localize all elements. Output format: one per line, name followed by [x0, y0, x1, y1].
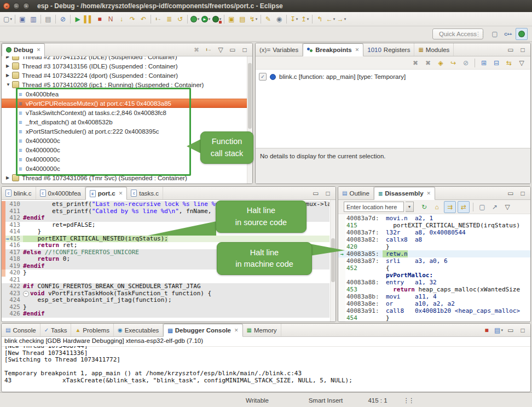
code-line[interactable]: 424 esp_set_breakpoint_if_jtag(function)…	[2, 297, 329, 304]
minimize-window-icon[interactable]: −	[13, 3, 20, 9]
remove-all-terminated-icon[interactable]: ✖	[191, 44, 202, 55]
stack-frame-row[interactable]: ≡_frxt_dispatch() at 0x4008532b	[2, 117, 252, 127]
debug-icon[interactable]: ▾	[189, 14, 200, 25]
stack-frame-row[interactable]: ≡vPortCPUReleaseMutex() at port.c:415 0x…	[2, 99, 252, 108]
minimize-icon[interactable]: ▭	[505, 44, 516, 55]
disconnect-icon[interactable]: N	[105, 14, 116, 25]
thread-row[interactable]: ▶Thread #3 1073413156 (IDLE) (Suspended …	[2, 61, 252, 71]
chevron-right-icon[interactable]: ▶	[6, 175, 12, 180]
remove-all-breakpoints-icon[interactable]: ✖	[423, 58, 433, 68]
sync-with-active-context-icon[interactable]: ⇉	[444, 201, 456, 213]
disasm-line[interactable]: 452{	[338, 265, 530, 272]
skip-all-breakpoints-icon[interactable]: ⊘	[57, 14, 68, 25]
thread-row[interactable]: ▶Thread #4 1073432224 (dport) (Suspended…	[2, 71, 252, 80]
stack-frame-row[interactable]: ≡0x4000bfea	[2, 89, 252, 99]
step-into-icon[interactable]: ↓	[116, 14, 127, 25]
breakpoint-checkbox[interactable]: ✓	[259, 73, 267, 81]
editor-scrollbar[interactable]	[330, 200, 336, 322]
terminate-console-icon[interactable]: ■	[481, 325, 492, 336]
tab-console[interactable]: ▤Console	[2, 324, 41, 336]
tab-debug[interactable]: Debug✕	[2, 43, 45, 56]
restart-icon[interactable]: ↺	[175, 14, 186, 25]
go-to-file-for-breakpoint-icon[interactable]: ↪	[448, 58, 459, 68]
disasm-line[interactable]: 40083a7f:l32r a8, 0x40080544	[338, 229, 530, 236]
thread-row[interactable]: ▶Thread #2 1073411312 (IDLE) (Suspended …	[2, 56, 252, 61]
disasm-line[interactable]: 40083a91:call8 0x40081b20 <heap_caps_mal…	[338, 307, 530, 314]
open-folder-icon[interactable]: ▤	[237, 14, 248, 25]
disasm-line[interactable]: 415 portEXIT_CRITICAL_NESTED(irqStatus)	[338, 222, 530, 229]
chevron-right-icon[interactable]: ▶	[6, 56, 12, 59]
new-wizard-icon[interactable]: ▢▾	[2, 14, 13, 25]
tab-modules[interactable]: ▦Modules	[414, 43, 454, 56]
code-line[interactable]: 423−void vPortFirstTaskHook(TaskFunction…	[2, 290, 329, 297]
tab-0x4000bfea[interactable]: c0x4000bfea	[36, 187, 85, 199]
open-perspective-icon[interactable]: ▢	[489, 28, 500, 39]
tab-breakpoints[interactable]: Breakpoints✕	[303, 43, 363, 56]
instruction-stepping-mode-icon[interactable]: i→	[203, 44, 214, 55]
save-icon[interactable]: ▣	[17, 14, 28, 25]
maximize-window-icon[interactable]: +	[23, 3, 30, 9]
tab-debugger-console[interactable]: ▤Debugger Console✕	[163, 324, 242, 337]
step-filters-icon[interactable]: ≣	[164, 14, 175, 25]
run-icon[interactable]: ▶▾	[200, 14, 211, 25]
minimize-icon[interactable]: ▭	[505, 188, 516, 199]
tab-outline[interactable]: ▤Outline	[338, 187, 374, 199]
suspend-icon[interactable]: ▌▌	[83, 14, 94, 25]
disasm-line[interactable]: 420}	[338, 243, 530, 250]
forward-icon[interactable]: →▾	[336, 14, 347, 25]
chevron-right-icon[interactable]: ▶	[6, 73, 12, 78]
chevron-down-icon[interactable]: ▼	[6, 82, 12, 87]
code-line[interactable]: 422#if CONFIG_FREERTOS_BREAK_ON_SCHEDULE…	[2, 283, 329, 290]
code-line[interactable]: 415 portEXIT_CRITICAL_NESTED(irqStatus);…	[2, 236, 329, 243]
console-output[interactable]: [New Thread 1073468744][New Thread 10734…	[2, 346, 530, 392]
code-line[interactable]: 425}	[2, 304, 329, 311]
show-breakpoints-supported-icon[interactable]: ◈	[435, 58, 446, 68]
scrollbar-thumb[interactable]	[248, 63, 252, 129]
refresh-icon[interactable]: ↻	[419, 202, 430, 213]
stack-frame-row[interactable]: ≡0x4000000c	[2, 164, 252, 173]
next-annotation-icon[interactable]: ↥▾	[299, 14, 310, 25]
maximize-icon[interactable]: □	[239, 44, 250, 55]
tab-memory[interactable]: ▦Memory	[243, 324, 281, 336]
tab-variables[interactable]: (x)=Variables	[256, 43, 303, 56]
disasm-line[interactable]: pvPortMalloc:	[338, 272, 530, 279]
step-over-icon[interactable]: ↷	[127, 14, 138, 25]
disasm-line[interactable]: 40083a7d:movi.n a2, 1	[338, 215, 530, 222]
maximize-icon[interactable]: □	[517, 188, 528, 199]
disasm-line[interactable]: 40083a87:srli a3, a0, 6	[338, 257, 530, 265]
collapse-all-icon[interactable]: ⊟	[491, 58, 502, 68]
close-icon[interactable]: ✕	[355, 47, 360, 53]
pin-view-icon[interactable]: ↗	[489, 202, 500, 213]
maximize-icon[interactable]: □	[322, 188, 333, 199]
track-expression-icon[interactable]: ⇄	[458, 201, 470, 213]
home-icon[interactable]: ⌂	[431, 202, 442, 213]
location-input[interactable]: Enter location here	[344, 202, 404, 212]
search-icon[interactable]: ◉	[274, 14, 285, 25]
disasm-line[interactable]: 40083a82:callx8 a8	[338, 236, 530, 243]
tab-blink-c[interactable]: cblink.c	[2, 187, 36, 199]
disasm-line[interactable]: 454}	[338, 314, 530, 322]
expand-all-icon[interactable]: ⊞	[478, 58, 489, 68]
view-menu-icon[interactable]: ▽	[516, 58, 527, 68]
open-new-view-icon[interactable]: ▢	[477, 202, 488, 213]
breakpoint-item[interactable]: ✓ blink.c [function: app_main] [type: Te…	[256, 70, 530, 84]
tab-disassembly[interactable]: ≣Disassembly✕	[374, 187, 435, 200]
disasm-line[interactable]: 40083a88:entry a1, 32	[338, 279, 530, 286]
step-return-icon[interactable]: ↶	[138, 14, 149, 25]
tab-executables[interactable]: ◉Executables	[114, 324, 163, 336]
fold-minus-icon[interactable]: −	[23, 291, 29, 297]
binary-view-icon[interactable]: ▤	[43, 14, 54, 25]
disasm-line[interactable]: →40083a85:retw.n	[338, 250, 530, 257]
debug-scrollbar[interactable]	[247, 56, 252, 184]
resume-icon[interactable]: ▶	[72, 14, 83, 25]
location-dropdown-icon[interactable]: ▼	[406, 202, 414, 212]
chevron-right-icon[interactable]: ▶	[6, 64, 12, 68]
disasm-line[interactable]: 40083a8e:or a10, a2, a2	[338, 300, 530, 307]
view-menu-icon[interactable]: ▽	[215, 44, 226, 55]
profile-icon[interactable]: ▾	[211, 14, 222, 25]
close-icon[interactable]: ✕	[37, 47, 41, 53]
terminate-icon[interactable]: ■	[94, 14, 105, 25]
skip-all-breakpoints-icon[interactable]: ⊘	[460, 58, 471, 68]
new-source-icon[interactable]: ✎	[263, 14, 274, 25]
last-edit-location-icon[interactable]: ↧▾	[288, 14, 299, 25]
